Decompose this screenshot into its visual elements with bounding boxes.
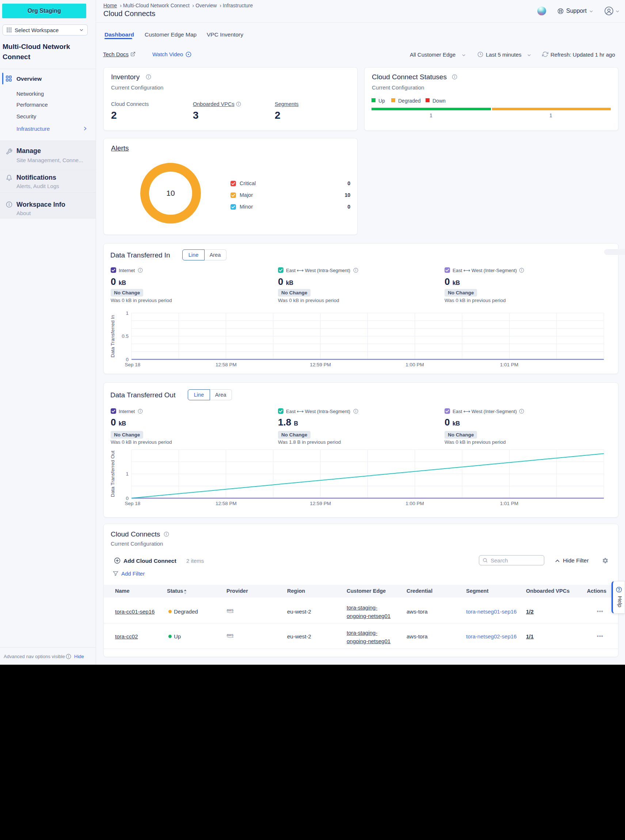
svg-text:1:01 PM: 1:01 PM <box>500 501 518 506</box>
svg-text:0: 0 <box>126 495 129 501</box>
svg-text:12:58 PM: 12:58 PM <box>216 501 237 506</box>
svg-text:Sep 18: Sep 18 <box>125 362 141 367</box>
svg-text:1:00 PM: 1:00 PM <box>406 362 424 367</box>
svg-text:1:00 PM: 1:00 PM <box>406 501 424 506</box>
svg-text:Data Transferred Out: Data Transferred Out <box>110 451 115 497</box>
svg-text:Data Transferred In: Data Transferred In <box>110 315 115 357</box>
svg-text:0: 0 <box>126 357 129 362</box>
svg-text:aws: aws <box>227 633 234 637</box>
svg-text:aws: aws <box>227 608 234 612</box>
svg-text:12:59 PM: 12:59 PM <box>310 501 331 506</box>
svg-text:12:59 PM: 12:59 PM <box>310 362 331 367</box>
svg-text:Sep 18: Sep 18 <box>125 501 141 506</box>
svg-text:0.5: 0.5 <box>122 334 129 339</box>
svg-text:1: 1 <box>126 311 129 316</box>
svg-text:1: 1 <box>126 471 129 477</box>
svg-text:12:58 PM: 12:58 PM <box>216 362 237 367</box>
svg-text:1:01 PM: 1:01 PM <box>500 362 518 367</box>
